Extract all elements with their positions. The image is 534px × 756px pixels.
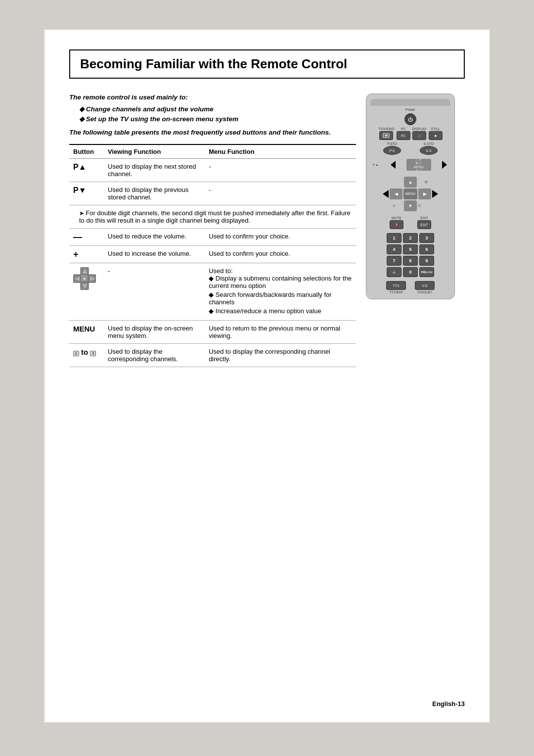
display-label: DISPLAY — [412, 127, 427, 131]
tvvideo-group: TV/VIDEO — [378, 127, 395, 140]
menu-menu: Used to return to the previous menu or n… — [205, 321, 356, 344]
exit-group: EXIT EXIT — [417, 216, 431, 229]
vdolby-button[interactable]: V.D — [415, 281, 435, 290]
pstd-label: P.STD — [387, 142, 397, 145]
table-row: — Used to reduce the volume. Used to con… — [69, 229, 356, 246]
btn-pa: P▲ — [69, 159, 104, 182]
page-footer: English-13 — [432, 700, 465, 708]
table-header-row: Button Viewing Function Menu Function — [69, 144, 356, 159]
menu-center-btn[interactable]: MENU — [403, 189, 417, 199]
numpad: 1 2 3 4 5 6 7 8 9 -/- 0 PRE-CH — [387, 233, 434, 277]
btn-minus: — — [69, 229, 104, 246]
vdolby-label: V.DOLBY — [417, 290, 432, 294]
num-8[interactable]: 8 — [403, 256, 418, 266]
exit-label: EXIT — [420, 216, 428, 220]
still-group: STILL ■ — [429, 127, 443, 140]
mute-label: MUTE — [392, 216, 401, 220]
pstd-button[interactable]: P.S — [383, 146, 401, 155]
remote-control: Power ⏻ TV/VIDEO PC PC DISPLA — [366, 94, 455, 299]
intro-desc: The following table presents the most fr… — [69, 129, 356, 136]
svg-rect-11 — [385, 135, 388, 137]
right-column: Power ⏻ TV/VIDEO PC PC DISPLA — [366, 94, 465, 367]
joystick-viewing: - — [104, 263, 205, 321]
num-6[interactable]: 6 — [419, 244, 434, 254]
nav-down[interactable]: ▼ — [404, 200, 417, 211]
joystick-menu-used: Used to: — [209, 267, 352, 275]
table-row: P▲ Used to display the next stored chann… — [69, 159, 356, 182]
minus-symbol: — — [73, 232, 82, 242]
nav-left[interactable]: ◀ — [390, 189, 402, 199]
top-buttons-row: TV/VIDEO PC PC DISPLAY □ STILL — [370, 127, 450, 140]
pv-symbol: P▼ — [73, 186, 87, 194]
up-btn-area[interactable]: △ ⊞ ■ ⊡ MENU P ▽ — [406, 159, 431, 171]
svg-text:▽: ▽ — [83, 284, 87, 288]
plus-symbol: + — [73, 249, 79, 259]
col-menu: Menu Function — [205, 144, 356, 159]
intro-bullet-2: Set up the TV using the on-screen menu s… — [79, 115, 356, 123]
still-button[interactable]: ■ — [429, 131, 443, 140]
power-label: Power — [405, 108, 415, 111]
ttxmix-group: TTX TTX/MIX — [386, 281, 406, 294]
exit-button[interactable]: EXIT — [417, 220, 431, 229]
mute-button[interactable]: 🔇 — [390, 220, 403, 229]
svg-text:■: ■ — [84, 277, 86, 280]
display-button[interactable]: □ — [412, 131, 426, 140]
btn-0to9: 0 to 9 — [69, 344, 104, 367]
remote-top — [370, 99, 450, 106]
joystick-bullet-2: Search forwards/backwards manually for c… — [209, 291, 352, 306]
nav-right[interactable]: ▶ — [418, 189, 431, 199]
title-box: Becoming Familiar with the Remote Contro… — [69, 49, 465, 79]
intro-bullet-1: Change channels and adjust the volume — [79, 105, 356, 113]
btn-pv: P▼ — [69, 182, 104, 205]
pc-label: PC — [401, 127, 406, 131]
pv-viewing: Used to display the previous stored chan… — [104, 182, 205, 205]
sstd-group: S.STD S.S — [420, 142, 438, 155]
num-2[interactable]: 2 — [403, 233, 418, 243]
num-prech[interactable]: PRE-CH — [419, 267, 434, 277]
nums-menu: Used to display the corresponding channe… — [205, 344, 356, 367]
num-5[interactable]: 5 — [403, 244, 418, 254]
pa-symbol: P▲ — [73, 163, 87, 171]
plus-viewing: Used to increase the volume. — [104, 246, 205, 263]
num-1[interactable]: 1 — [387, 233, 401, 243]
num-7[interactable]: 7 — [387, 256, 401, 266]
mute-exit-row: MUTE 🔇 EXIT EXIT — [370, 216, 450, 229]
svg-text:▷: ▷ — [90, 276, 94, 281]
nav-up[interactable]: ▲ — [404, 177, 417, 188]
joystick-bullet-1: Display a submenu containing selections … — [209, 275, 352, 289]
col-button: Button — [69, 144, 104, 159]
intro-main-text: The remote control is used mainly to: — [69, 94, 356, 101]
tvvideo-button[interactable] — [379, 131, 393, 140]
zero-icon: 0 — [73, 351, 79, 356]
nums-viewing: Used to display the corresponding channe… — [104, 344, 205, 367]
nav-cluster-wrapper: P ▲ △ ⊞ ■ ⊡ MENU P ▽ — [370, 159, 450, 173]
menu-symbol: MENU — [73, 325, 95, 333]
intro-section: The remote control is used mainly to: Ch… — [69, 94, 356, 136]
footer-text: English-13 — [432, 700, 465, 708]
tvvideo-label: TV/VIDEO — [378, 127, 395, 131]
pstd-group: P.STD P.S — [383, 142, 401, 155]
pa-menu: - — [205, 159, 356, 182]
page-title: Becoming Familiar with the Remote Contro… — [80, 56, 454, 72]
num-3[interactable]: 3 — [419, 233, 434, 243]
joystick-menu: Used to: Display a submenu containing se… — [205, 263, 356, 321]
minus-viewing: Used to reduce the volume. — [104, 229, 205, 246]
num-9[interactable]: 9 — [419, 256, 434, 266]
pa-viewing: Used to display the next stored channel. — [104, 159, 205, 182]
sstd-label: S.STD — [424, 142, 434, 145]
num-0[interactable]: 0 — [403, 267, 418, 277]
pv-menu: - — [205, 182, 356, 205]
btn-plus: + — [69, 246, 104, 263]
pc-button[interactable]: PC — [397, 131, 410, 140]
power-button[interactable]: ⏻ — [404, 113, 416, 125]
nav-joystick-cluster: ▲ ⊞ ◀ MENU ▶ — [373, 177, 447, 211]
btn-menu: MENU — [69, 321, 104, 344]
mute-group: MUTE 🔇 — [390, 216, 403, 229]
svg-text:◁: ◁ — [75, 276, 80, 281]
sstd-button[interactable]: S.S — [420, 146, 438, 155]
num-4[interactable]: 4 — [387, 244, 401, 254]
ttxmix-button[interactable]: TTX — [386, 281, 406, 290]
left-column: The remote control is used mainly to: Ch… — [69, 94, 356, 367]
double-digit-note: For double digit channels, the second di… — [69, 205, 356, 229]
num-dash[interactable]: -/- — [387, 267, 401, 277]
